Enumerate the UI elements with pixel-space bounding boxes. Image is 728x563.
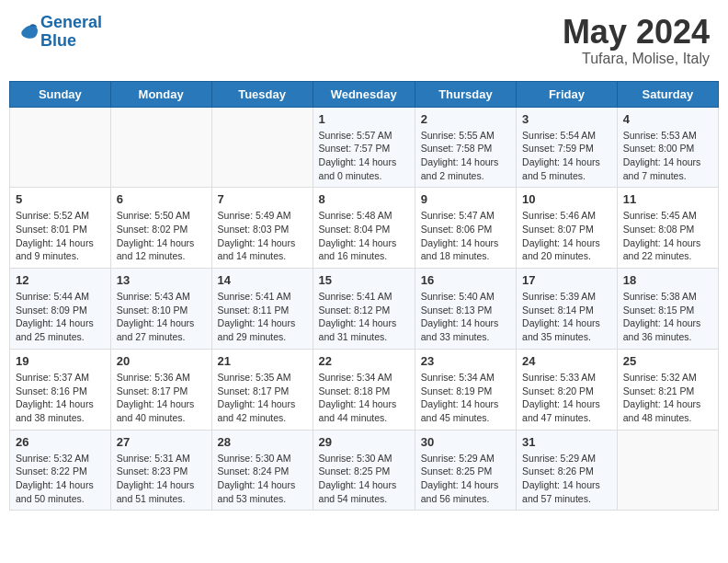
calendar-cell: 16Sunrise: 5:40 AM Sunset: 8:13 PM Dayli…: [415, 269, 516, 350]
calendar-cell: 17Sunrise: 5:39 AM Sunset: 8:14 PM Dayli…: [517, 269, 618, 350]
calendar-cell: 6Sunrise: 5:50 AM Sunset: 8:02 PM Daylig…: [110, 188, 211, 269]
calendar-cell: 31Sunrise: 5:29 AM Sunset: 8:26 PM Dayli…: [517, 430, 618, 511]
day-number: 25: [623, 354, 712, 368]
day-number: 19: [16, 354, 105, 368]
calendar-cell: 5Sunrise: 5:52 AM Sunset: 8:01 PM Daylig…: [10, 188, 111, 269]
day-info: Sunrise: 5:40 AM Sunset: 8:13 PM Dayligh…: [421, 290, 510, 344]
day-info: Sunrise: 5:47 AM Sunset: 8:06 PM Dayligh…: [421, 209, 510, 263]
day-number: 29: [319, 435, 409, 449]
day-info: Sunrise: 5:30 AM Sunset: 8:25 PM Dayligh…: [319, 452, 409, 506]
month-title: May 2024: [563, 14, 710, 51]
day-number: 22: [319, 354, 409, 368]
day-number: 13: [117, 273, 206, 287]
calendar-cell: 2Sunrise: 5:55 AM Sunset: 7:58 PM Daylig…: [415, 107, 516, 188]
calendar-cell: [110, 107, 211, 188]
day-info: Sunrise: 5:38 AM Sunset: 8:15 PM Dayligh…: [623, 290, 712, 344]
day-number: 30: [421, 435, 510, 449]
day-info: Sunrise: 5:45 AM Sunset: 8:08 PM Dayligh…: [623, 209, 712, 263]
calendar-week-3: 12Sunrise: 5:44 AM Sunset: 8:09 PM Dayli…: [10, 269, 719, 350]
title-block: May 2024 Tufara, Molise, Italy: [563, 14, 710, 67]
day-number: 4: [623, 112, 712, 126]
day-number: 10: [522, 192, 611, 206]
day-info: Sunrise: 5:41 AM Sunset: 8:12 PM Dayligh…: [319, 290, 409, 344]
day-number: 9: [421, 192, 510, 206]
calendar-cell: 28Sunrise: 5:30 AM Sunset: 8:24 PM Dayli…: [211, 430, 313, 511]
day-info: Sunrise: 5:46 AM Sunset: 8:07 PM Dayligh…: [522, 209, 611, 263]
day-info: Sunrise: 5:41 AM Sunset: 8:11 PM Dayligh…: [218, 290, 307, 344]
calendar-cell: 20Sunrise: 5:36 AM Sunset: 8:17 PM Dayli…: [110, 349, 211, 430]
location: Tufara, Molise, Italy: [563, 51, 710, 67]
col-thursday: Thursday: [415, 81, 516, 107]
page-header: General Blue May 2024 Tufara, Molise, It…: [9, 9, 719, 72]
day-number: 6: [117, 192, 206, 206]
day-info: Sunrise: 5:34 AM Sunset: 8:18 PM Dayligh…: [319, 371, 409, 425]
day-number: 15: [319, 273, 409, 287]
day-info: Sunrise: 5:33 AM Sunset: 8:20 PM Dayligh…: [522, 371, 611, 425]
day-number: 2: [421, 112, 510, 126]
day-number: 11: [623, 192, 712, 206]
logo: General Blue: [18, 14, 102, 51]
day-number: 1: [319, 112, 409, 126]
day-number: 21: [218, 354, 307, 368]
header-row: Sunday Monday Tuesday Wednesday Thursday…: [10, 81, 719, 107]
day-info: Sunrise: 5:37 AM Sunset: 8:16 PM Dayligh…: [16, 371, 105, 425]
col-saturday: Saturday: [617, 81, 718, 107]
calendar-cell: 14Sunrise: 5:41 AM Sunset: 8:11 PM Dayli…: [211, 269, 313, 350]
day-info: Sunrise: 5:39 AM Sunset: 8:14 PM Dayligh…: [522, 290, 611, 344]
calendar-cell: 3Sunrise: 5:54 AM Sunset: 7:59 PM Daylig…: [517, 107, 618, 188]
calendar-cell: 12Sunrise: 5:44 AM Sunset: 8:09 PM Dayli…: [10, 269, 111, 350]
day-number: 24: [522, 354, 611, 368]
day-number: 12: [16, 273, 105, 287]
day-number: 7: [218, 192, 307, 206]
day-info: Sunrise: 5:55 AM Sunset: 7:58 PM Dayligh…: [421, 129, 510, 183]
day-info: Sunrise: 5:29 AM Sunset: 8:25 PM Dayligh…: [421, 452, 510, 506]
calendar-cell: 23Sunrise: 5:34 AM Sunset: 8:19 PM Dayli…: [415, 349, 516, 430]
day-number: 18: [623, 273, 712, 287]
day-number: 8: [319, 192, 409, 206]
calendar-cell: 30Sunrise: 5:29 AM Sunset: 8:25 PM Dayli…: [415, 430, 516, 511]
calendar-cell: 7Sunrise: 5:49 AM Sunset: 8:03 PM Daylig…: [211, 188, 313, 269]
calendar-week-5: 26Sunrise: 5:32 AM Sunset: 8:22 PM Dayli…: [10, 430, 719, 511]
day-number: 3: [522, 112, 611, 126]
calendar-week-1: 1Sunrise: 5:57 AM Sunset: 7:57 PM Daylig…: [10, 107, 719, 188]
day-info: Sunrise: 5:52 AM Sunset: 8:01 PM Dayligh…: [16, 209, 105, 263]
calendar-cell: 29Sunrise: 5:30 AM Sunset: 8:25 PM Dayli…: [313, 430, 415, 511]
day-number: 27: [117, 435, 206, 449]
calendar-cell: [10, 107, 111, 188]
day-number: 28: [218, 435, 307, 449]
day-number: 26: [16, 435, 105, 449]
logo-icon: [18, 21, 39, 41]
calendar-cell: 15Sunrise: 5:41 AM Sunset: 8:12 PM Dayli…: [313, 269, 415, 350]
col-friday: Friday: [517, 81, 618, 107]
calendar-table: Sunday Monday Tuesday Wednesday Thursday…: [9, 81, 719, 511]
day-number: 31: [522, 435, 611, 449]
day-info: Sunrise: 5:36 AM Sunset: 8:17 PM Dayligh…: [117, 371, 206, 425]
logo-text: General Blue: [40, 14, 102, 51]
calendar-cell: 8Sunrise: 5:48 AM Sunset: 8:04 PM Daylig…: [313, 188, 415, 269]
day-info: Sunrise: 5:43 AM Sunset: 8:10 PM Dayligh…: [117, 290, 206, 344]
day-info: Sunrise: 5:57 AM Sunset: 7:57 PM Dayligh…: [319, 129, 409, 183]
calendar-cell: 10Sunrise: 5:46 AM Sunset: 8:07 PM Dayli…: [517, 188, 618, 269]
day-number: 5: [16, 192, 105, 206]
day-info: Sunrise: 5:32 AM Sunset: 8:21 PM Dayligh…: [623, 371, 712, 425]
day-number: 20: [117, 354, 206, 368]
day-info: Sunrise: 5:31 AM Sunset: 8:23 PM Dayligh…: [117, 452, 206, 506]
day-info: Sunrise: 5:53 AM Sunset: 8:00 PM Dayligh…: [623, 129, 712, 183]
calendar-cell: 13Sunrise: 5:43 AM Sunset: 8:10 PM Dayli…: [110, 269, 211, 350]
day-info: Sunrise: 5:50 AM Sunset: 8:02 PM Dayligh…: [117, 209, 206, 263]
calendar-cell: 4Sunrise: 5:53 AM Sunset: 8:00 PM Daylig…: [617, 107, 718, 188]
calendar-cell: 25Sunrise: 5:32 AM Sunset: 8:21 PM Dayli…: [617, 349, 718, 430]
day-info: Sunrise: 5:49 AM Sunset: 8:03 PM Dayligh…: [218, 209, 307, 263]
day-info: Sunrise: 5:48 AM Sunset: 8:04 PM Dayligh…: [319, 209, 409, 263]
day-info: Sunrise: 5:29 AM Sunset: 8:26 PM Dayligh…: [522, 452, 611, 506]
day-info: Sunrise: 5:44 AM Sunset: 8:09 PM Dayligh…: [16, 290, 105, 344]
calendar-cell: 11Sunrise: 5:45 AM Sunset: 8:08 PM Dayli…: [617, 188, 718, 269]
calendar-cell: 27Sunrise: 5:31 AM Sunset: 8:23 PM Dayli…: [110, 430, 211, 511]
calendar-cell: 24Sunrise: 5:33 AM Sunset: 8:20 PM Dayli…: [517, 349, 618, 430]
calendar-cell: 21Sunrise: 5:35 AM Sunset: 8:17 PM Dayli…: [211, 349, 313, 430]
day-number: 16: [421, 273, 510, 287]
calendar-cell: 9Sunrise: 5:47 AM Sunset: 8:06 PM Daylig…: [415, 188, 516, 269]
day-info: Sunrise: 5:34 AM Sunset: 8:19 PM Dayligh…: [421, 371, 510, 425]
calendar-cell: 22Sunrise: 5:34 AM Sunset: 8:18 PM Dayli…: [313, 349, 415, 430]
day-number: 23: [421, 354, 510, 368]
